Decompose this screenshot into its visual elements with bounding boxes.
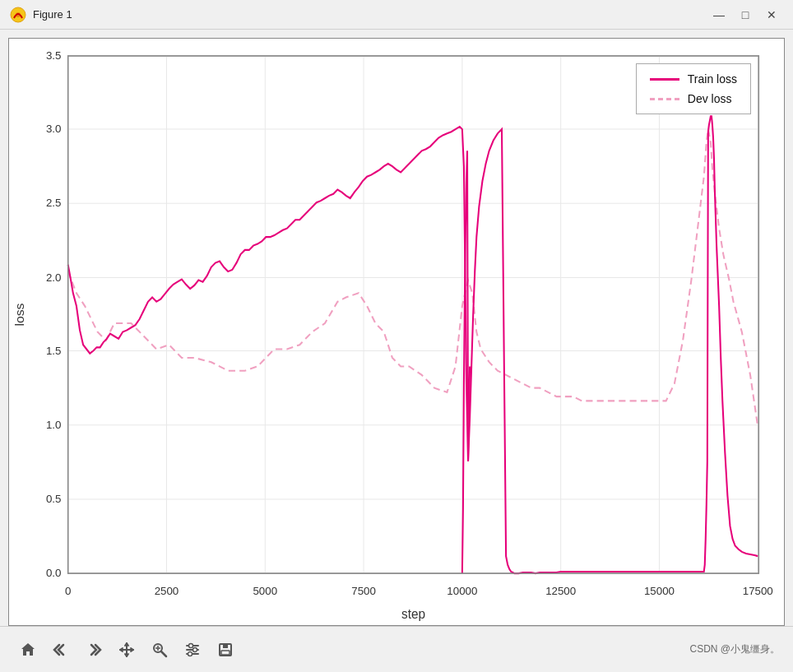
legend-dev-item: Dev loss bbox=[650, 92, 737, 105]
title-bar: Figure 1 — □ ✕ bbox=[0, 0, 793, 30]
svg-text:3.5: 3.5 bbox=[46, 49, 62, 62]
svg-text:7500: 7500 bbox=[351, 585, 376, 597]
svg-text:10000: 10000 bbox=[447, 585, 477, 597]
forward-icon bbox=[86, 642, 102, 658]
configure-button[interactable] bbox=[178, 635, 207, 665]
svg-rect-49 bbox=[223, 644, 228, 648]
svg-text:0.0: 0.0 bbox=[46, 567, 62, 579]
svg-text:12500: 12500 bbox=[545, 585, 576, 597]
configure-icon bbox=[184, 642, 201, 658]
window-title: Figure 1 bbox=[33, 8, 72, 21]
title-controls: — □ ✕ bbox=[707, 6, 783, 24]
main-content: 0.0 0.5 1.0 1.5 2.0 2.5 3.0 3.5 0 2500 5… bbox=[0, 30, 793, 626]
svg-text:1.0: 1.0 bbox=[46, 419, 62, 431]
svg-point-47 bbox=[188, 651, 192, 656]
svg-text:loss: loss bbox=[13, 303, 27, 326]
zoom-button[interactable] bbox=[145, 635, 174, 665]
app-icon bbox=[10, 7, 26, 23]
svg-text:0: 0 bbox=[65, 585, 71, 597]
svg-text:3.0: 3.0 bbox=[46, 123, 62, 135]
close-button[interactable]: ✕ bbox=[760, 6, 783, 24]
train-loss-legend-line bbox=[650, 78, 679, 81]
legend-train-item: Train loss bbox=[650, 72, 737, 86]
maximize-button[interactable]: □ bbox=[734, 6, 757, 24]
svg-text:2500: 2500 bbox=[155, 585, 179, 597]
home-icon bbox=[20, 642, 36, 658]
watermark: CSDN @小鬼缰身。 bbox=[689, 642, 780, 656]
save-button[interactable] bbox=[211, 635, 240, 665]
pan-button[interactable] bbox=[112, 635, 141, 665]
svg-text:15000: 15000 bbox=[644, 585, 675, 597]
svg-text:2.0: 2.0 bbox=[46, 271, 62, 283]
svg-point-1 bbox=[16, 12, 21, 17]
home-button[interactable] bbox=[13, 635, 43, 665]
dev-loss-label: Dev loss bbox=[688, 92, 732, 105]
toolbar: CSDN @小鬼缰身。 bbox=[0, 626, 793, 672]
dev-loss-legend-line bbox=[650, 98, 679, 100]
svg-text:5000: 5000 bbox=[253, 585, 277, 597]
back-button[interactable] bbox=[46, 635, 76, 665]
chart-svg: 0.0 0.5 1.0 1.5 2.0 2.5 3.0 3.5 0 2500 5… bbox=[9, 39, 784, 625]
svg-text:step: step bbox=[401, 606, 425, 620]
svg-text:2.5: 2.5 bbox=[46, 197, 62, 209]
svg-line-39 bbox=[161, 651, 166, 656]
svg-rect-50 bbox=[221, 651, 230, 655]
svg-point-46 bbox=[193, 647, 197, 651]
chart-container: 0.0 0.5 1.0 1.5 2.0 2.5 3.0 3.5 0 2500 5… bbox=[8, 38, 785, 626]
zoom-icon bbox=[151, 642, 168, 658]
forward-button[interactable] bbox=[79, 635, 109, 665]
toolbar-left bbox=[13, 635, 240, 665]
pan-icon bbox=[118, 642, 135, 658]
save-icon bbox=[217, 642, 234, 658]
svg-text:17500: 17500 bbox=[743, 585, 773, 597]
svg-text:1.5: 1.5 bbox=[46, 345, 62, 357]
train-loss-label: Train loss bbox=[688, 72, 737, 86]
minimize-button[interactable]: — bbox=[707, 6, 730, 24]
back-icon bbox=[53, 642, 69, 658]
svg-point-45 bbox=[189, 643, 193, 647]
svg-text:0.5: 0.5 bbox=[46, 493, 62, 505]
legend: Train loss Dev loss bbox=[636, 63, 751, 114]
title-left: Figure 1 bbox=[10, 7, 72, 23]
svg-rect-2 bbox=[68, 56, 759, 573]
